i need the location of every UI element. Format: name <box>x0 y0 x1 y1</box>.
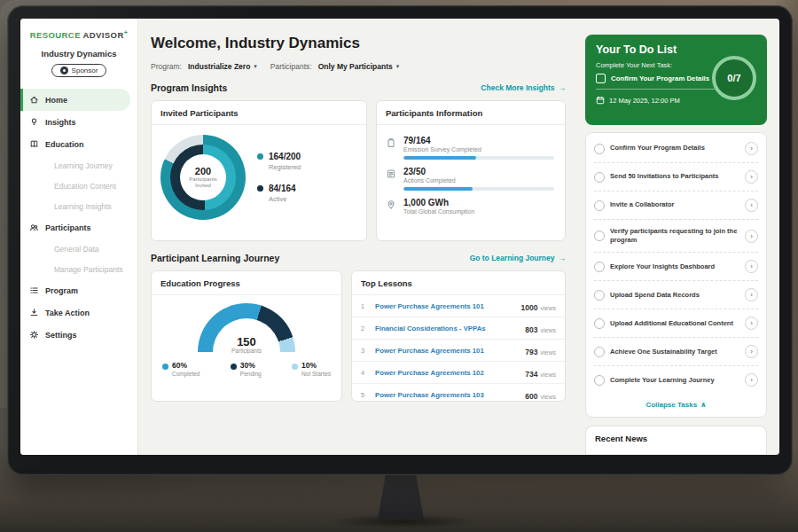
chevron-right-icon[interactable]: › <box>745 230 758 243</box>
info-progress-track <box>403 156 554 160</box>
todo-next-task[interactable]: Confirm Your Program Details <box>596 74 715 90</box>
lesson-link[interactable]: Power Purchase Agreements 101 <box>375 302 514 310</box>
chevron-right-icon[interactable]: › <box>745 345 758 358</box>
lesson-views-suffix: views <box>540 327 556 333</box>
sidebar-item-take-action[interactable]: Take Action <box>20 301 137 324</box>
sidebar-item-label: Learning Journey <box>54 161 113 170</box>
lesson-views: 734 <box>525 370 537 379</box>
chevron-right-icon[interactable]: › <box>745 260 758 273</box>
lesson-link[interactable]: Power Purchase Agreements 103 <box>375 391 518 399</box>
task-row[interactable]: Upload Spend Data Records › <box>594 281 758 309</box>
task-row[interactable]: Explore Your Insights Dashboard › <box>594 253 758 281</box>
legend-value: 10% <box>301 362 331 370</box>
chevron-right-icon[interactable]: › <box>745 317 758 330</box>
sidebar-item-label: Education <box>45 140 84 149</box>
gear-icon <box>29 330 39 340</box>
sidebar-item-education[interactable]: Education <box>20 133 137 155</box>
task-label: Upload Spend Data Records <box>610 291 739 300</box>
sidebar-item-home[interactable]: Home <box>20 89 130 111</box>
checkbox-icon[interactable] <box>594 144 605 154</box>
task-label: Achieve One Sustainability Target <box>610 348 739 356</box>
check-more-insights-link[interactable]: Check More Insights → <box>481 83 566 92</box>
go-to-learning-journey-link[interactable]: Go to Learning Journey → <box>470 254 566 262</box>
arrow-right-icon: → <box>559 254 567 262</box>
chevron-right-icon[interactable]: › <box>745 170 758 184</box>
lesson-link[interactable]: Power Purchase Agreements 102 <box>375 369 518 377</box>
task-row[interactable]: Upload Additional Educational Content › <box>594 309 758 338</box>
sidebar-item-label: Program <box>45 286 78 295</box>
info-row: 1,000 GWh Total Global Consumption <box>386 198 554 215</box>
participants-select[interactable]: Only My Participants ▾ <box>318 62 400 71</box>
sidebar-item-insights[interactable]: Insights <box>20 111 137 133</box>
task-label: Confirm Your Program Details <box>610 144 739 153</box>
checkbox-icon[interactable] <box>594 172 605 183</box>
sidebar-item-manage-participants[interactable]: Manage Participants <box>20 259 137 279</box>
checkbox-icon[interactable] <box>594 262 605 272</box>
task-row[interactable]: Complete Your Learning Journey › <box>594 366 758 394</box>
card-title: Top Lessons <box>352 271 565 295</box>
sidebar-item-program[interactable]: Program <box>20 279 137 301</box>
participants-filter-label: Participants: <box>270 62 312 71</box>
task-row[interactable]: Confirm Your Program Details › <box>594 135 758 163</box>
sidebar-item-label: Manage Participants <box>54 265 123 274</box>
lesson-views-suffix: views <box>540 305 556 311</box>
education-gauge-center: 150 Participants <box>198 336 295 354</box>
legend-item: 30% Pending <box>231 362 262 377</box>
donut-center-label: Participants Invited <box>184 176 222 190</box>
checklist-icon <box>386 168 396 179</box>
lesson-link[interactable]: Financial Considerations - VPPAs <box>375 325 518 332</box>
chevron-right-icon[interactable]: › <box>745 288 758 301</box>
sidebar-item-education-content[interactable]: Education Content <box>20 176 137 196</box>
filter-bar: Program: Industrialize Zero ▾ Participan… <box>151 62 566 71</box>
checkbox-icon[interactable] <box>596 74 606 83</box>
todo-due-date: 12 May 2025, 12:00 PM <box>609 97 680 105</box>
info-label: Total Global Consumption <box>403 208 554 215</box>
main-content: Welcome, Industry Dynamics Program: Indu… <box>138 19 576 455</box>
task-row[interactable]: Invite a Collaborator › <box>594 192 758 220</box>
info-row: 23/50 Actions Completed <box>386 167 554 191</box>
chevron-right-icon[interactable]: › <box>745 142 758 155</box>
sidebar-item-participants[interactable]: Participants <box>20 216 137 239</box>
checkbox-icon[interactable] <box>594 231 605 241</box>
checkbox-icon[interactable] <box>594 200 605 211</box>
sidebar-item-general-data[interactable]: General Data <box>20 239 137 259</box>
lesson-link[interactable]: Power Purchase Agreements 101 <box>375 347 518 355</box>
legend-label: Pending <box>240 371 262 377</box>
sidebar-item-learning-insights[interactable]: Learning Insights <box>20 196 137 216</box>
info-row: 79/164 Emission Survey Completed <box>386 136 554 160</box>
info-label: Emission Survey Completed <box>403 146 554 153</box>
chevron-right-icon[interactable]: › <box>745 199 758 212</box>
checkbox-icon[interactable] <box>594 290 605 301</box>
sidebar-item-settings[interactable]: Settings <box>20 324 137 346</box>
education-progress-card: Education Progress 150 Participants <box>151 270 342 402</box>
task-row[interactable]: Verify participants requesting to join t… <box>594 220 758 253</box>
chevron-right-icon[interactable]: › <box>745 373 758 387</box>
checkbox-icon[interactable] <box>594 375 605 386</box>
sidebar-item-label: Education Content <box>54 182 116 191</box>
invited-participants-card: Invited Participants 200 Participants In… <box>151 100 367 241</box>
info-progress-fill <box>403 187 473 191</box>
task-label: Explore Your Insights Dashboard <box>610 262 739 271</box>
invited-legend: 164/200 Registered 84/164 Active <box>257 152 301 203</box>
task-row[interactable]: Achieve One Sustainability Target › <box>594 338 758 366</box>
logo-plus: + <box>124 29 129 35</box>
todo-progress-value: 0/7 <box>727 73 740 83</box>
program-select[interactable]: Industrialize Zero ▾ <box>188 62 257 71</box>
learning-journey-cards: Education Progress 150 Participants <box>151 270 566 402</box>
task-row[interactable]: Send 50 Invitations to Participants › <box>594 163 758 192</box>
task-label: Complete Your Learning Journey <box>610 376 739 385</box>
lesson-row: 2 Financial Considerations - VPPAs 803vi… <box>352 317 565 340</box>
collapse-tasks-link[interactable]: Collapse Tasks ∧ <box>594 394 758 415</box>
sidebar-item-learning-journey[interactable]: Learning Journey <box>20 155 137 176</box>
logo-primary: RESOURCE <box>30 30 81 40</box>
sponsor-badge[interactable]: Sponsor <box>51 64 107 77</box>
info-progress-fill <box>403 156 476 160</box>
lesson-row: 1 Power Purchase Agreements 101 1000view… <box>352 295 565 317</box>
sponsor-badge-label: Sponsor <box>72 66 98 74</box>
gauge-center-label: Participants <box>198 348 295 354</box>
checkbox-icon[interactable] <box>594 318 605 329</box>
checkbox-icon[interactable] <box>594 347 605 357</box>
lesson-views: 1000 <box>521 303 538 312</box>
info-value: 1,000 GWh <box>403 198 554 207</box>
gauge-center-value: 150 <box>198 336 295 348</box>
